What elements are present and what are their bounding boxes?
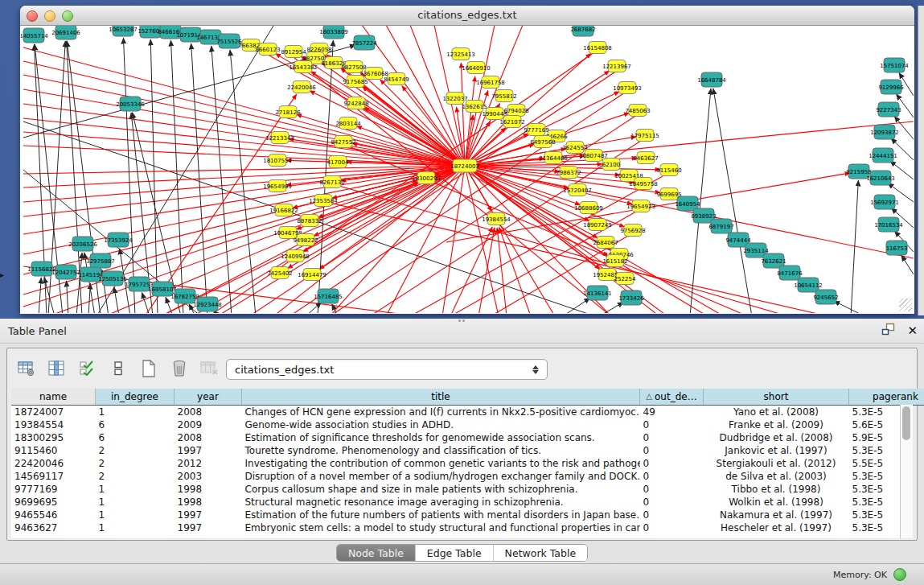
window-resize-grip[interactable]: [899, 299, 912, 311]
tab-network-table[interactable]: Network Table: [494, 545, 588, 561]
table-tabbar: Node Table Edge Table Network Table: [0, 542, 924, 563]
float-panel-icon[interactable]: [881, 323, 896, 339]
table-row[interactable]: 2242004622012Investigating the contribut…: [11, 457, 924, 470]
table-cell: Corpus callosum shape and size in male p…: [242, 483, 640, 496]
splitter-handle[interactable]: [456, 319, 467, 323]
network-edge: [834, 301, 864, 313]
table-source-select[interactable]: citations_edges.txt: [226, 359, 548, 380]
memory-status-label: Memory: OK: [833, 570, 887, 580]
table-row[interactable]: 977716911998Corpus callosum shape and si…: [11, 483, 924, 496]
table-cell: Changes of HCN gene expression and I(f) …: [242, 406, 640, 419]
panel-collapse-arrow[interactable]: ▸: [0, 270, 4, 279]
table-cell: Stergiakouli et al. (2012): [704, 457, 849, 470]
network-node-label: 20206526: [68, 241, 97, 248]
column-header-short[interactable]: short: [704, 389, 849, 406]
table-vertical-scrollbar[interactable]: [900, 405, 913, 538]
network-node-label: 9498222: [293, 237, 318, 244]
table-row[interactable]: 946554611997Estimation of the future num…: [11, 509, 924, 521]
table-cell: 6: [96, 431, 175, 444]
network-node-label: 19166822: [269, 208, 298, 214]
column-header-in_degree[interactable]: in_degree: [96, 389, 175, 406]
table-row[interactable]: 1872400712008Changes of HCN gene express…: [11, 406, 924, 419]
network-node-label: 1362615: [462, 104, 487, 110]
network-node-label: 12213967: [602, 64, 631, 70]
column-header-out_de[interactable]: △out_de…: [640, 389, 704, 406]
network-node-label: 2803144: [335, 121, 361, 127]
network-node-label: 32975887: [86, 258, 115, 265]
network-node-label: 16543382: [289, 64, 318, 71]
table-settings-icon[interactable]: [17, 359, 36, 378]
network-graph[interactable]: 1872400718300295193845541232541316640910…: [21, 26, 914, 313]
network-canvas[interactable]: 1872400718300295193845541232541316640910…: [21, 26, 914, 313]
network-node-label: 16648784: [697, 77, 726, 84]
select-columns-icon[interactable]: [78, 359, 97, 378]
network-node-label: 15716485: [314, 294, 343, 300]
network-node-label: 2684067: [593, 240, 618, 246]
cytoscape-screen: citations_edges.txt 18724007183002951938…: [0, 0, 924, 585]
table-row[interactable]: 1938455462009Genome-wide association stu…: [11, 418, 924, 431]
table-cell: 2003: [175, 470, 242, 483]
tab-node-table[interactable]: Node Table: [337, 545, 416, 561]
close-panel-icon[interactable]: ✕: [907, 323, 918, 338]
table-row[interactable]: 969969511998Structural magnetic resonanc…: [11, 496, 924, 509]
table-cell: Estimation of significance thresholds fo…: [242, 431, 640, 444]
network-node-label: 12409948: [281, 253, 310, 260]
window-titlebar[interactable]: citations_edges.txt: [20, 6, 914, 26]
network-node-label: 6794028: [503, 108, 528, 114]
network-window: citations_edges.txt 18724007183002951938…: [20, 6, 914, 314]
new-table-icon[interactable]: [139, 359, 158, 378]
network-node-label: 8938923: [691, 213, 716, 220]
column-header-title[interactable]: title: [242, 389, 640, 406]
table-row[interactable]: 911546021997Tourette syndrome. Phenomeno…: [11, 444, 924, 457]
network-node-label: 2718126: [275, 109, 301, 116]
network-node-label: 12444151: [869, 153, 897, 159]
table-cell: 0: [640, 509, 704, 521]
network-node-label: 20053346: [116, 101, 145, 108]
network-edge: [217, 166, 465, 313]
column-header-year[interactable]: year: [175, 389, 242, 406]
table-cell: 1997: [175, 444, 242, 457]
scrollbar-thumb[interactable]: [902, 406, 910, 440]
table-cell: 2: [96, 470, 175, 483]
attribute-table: namein_degreeyeartitle△out_de…shortpager…: [11, 389, 924, 534]
table-cell: Yano et al. (2008): [704, 406, 849, 419]
network-node-label: 10973493: [613, 85, 642, 92]
network-node-label: 1615182: [602, 258, 627, 265]
network-node-label: 16782759: [170, 294, 199, 300]
network-node-label: 12923448: [193, 302, 222, 308]
network-node-label: 10654112: [794, 282, 823, 289]
network-node-label: 252254: [614, 276, 636, 282]
delete-rows-icon[interactable]: [170, 359, 189, 378]
tab-edge-table[interactable]: Edge Table: [416, 545, 494, 561]
network-node-label: 12325413: [446, 51, 475, 58]
table-row[interactable]: 946362711997Embryonic stem cells: a mode…: [11, 521, 924, 534]
column-header-name[interactable]: name: [11, 389, 96, 406]
table-cell: Hescheler et al. (1997): [704, 521, 849, 534]
network-node-label: 9245652: [813, 295, 838, 301]
table-cell: 19384554: [11, 418, 96, 431]
row-height-icon[interactable]: [109, 359, 128, 378]
network-node-label: 2935114: [743, 248, 769, 254]
network-node-label: 9777169: [524, 127, 548, 134]
network-node-label: 9474444: [725, 237, 751, 244]
table-row[interactable]: 1830029562008Estimation of significance …: [11, 431, 924, 444]
network-node-label: 16914479: [298, 272, 326, 278]
table-cell: 0: [640, 470, 704, 483]
table-panel: Table Panel ✕: [0, 319, 924, 585]
table-cell: Nakamura et al. (1997): [704, 509, 849, 521]
show-column-icon[interactable]: [47, 359, 67, 378]
table-panel-header: Table Panel ✕: [0, 319, 924, 344]
network-node-label: 10807487: [579, 153, 608, 159]
network-node-label: 9827508: [341, 64, 366, 71]
network-node-label: 12093872: [870, 130, 899, 136]
sort-ascending-icon: △: [646, 392, 652, 401]
table-cell: 1: [96, 521, 175, 534]
table-row[interactable]: 1456911722003Disruption of a novel membe…: [11, 470, 924, 483]
network-node-label: 9115460: [656, 167, 681, 174]
network-edge: [713, 89, 752, 313]
table-cell: Estimation of the future numbers of pati…: [242, 509, 640, 521]
column-header-pagerank[interactable]: pagerank: [849, 389, 924, 406]
table-cell: Disruption of a novel member of a sodium…: [242, 470, 640, 483]
network-node-label: 14055714: [21, 33, 48, 39]
network-node-label: 7515526: [216, 39, 242, 45]
